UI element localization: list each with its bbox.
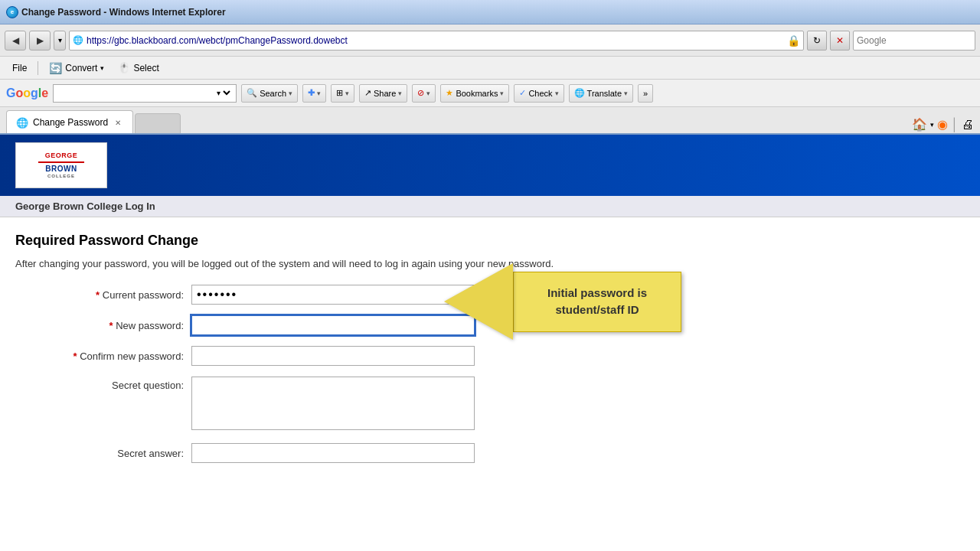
translate-dropdown-icon: ▾ [624,90,628,97]
tab-close-button[interactable]: ✕ [113,117,123,128]
menu-bar: File 🔄 Convert ▾ 🖱️ Select [0,57,980,80]
grid-button[interactable]: ⊞ ▾ [331,84,354,103]
select-label: Select [133,63,158,73]
google-search-wrap [853,31,975,51]
lock-icon: 🔒 [787,34,800,47]
tooltip-box: Initial password is student/staff ID [513,272,681,332]
add-dropdown-icon: ▾ [317,90,321,97]
tab-right-icons: 🏠 ▾ ◉ │ 🖨 [912,117,974,133]
tooltip-arrow [444,263,513,340]
menu-separator [38,61,38,75]
grid-dropdown-icon: ▾ [345,90,349,97]
more-label: » [643,89,648,98]
block-icon: ⊘ [417,88,424,98]
tab-favicon: 🌐 [16,117,28,129]
tab-bar: 🌐 Change Password ✕ 🏠 ▾ ◉ │ 🖨 [0,107,980,135]
translate-label: Translate [587,89,622,98]
file-menu[interactable]: File [6,60,33,76]
form-title: Required Password Change [15,233,965,249]
convert-dropdown-icon: ▾ [100,64,104,72]
required-mark-confirm: * [73,350,77,362]
bookmarks-icon: ★ [446,88,453,98]
refresh-button[interactable]: ↻ [807,31,827,51]
print-icon[interactable]: 🖨 [962,118,974,132]
check-dropdown-icon: ▾ [555,90,559,97]
stop-button[interactable]: ✕ [830,31,850,51]
google-search-input[interactable] [857,35,972,46]
search-button[interactable]: 🔍 Search ▾ [241,84,298,103]
secret-answer-label: Secret answer: [15,448,184,459]
required-mark-current: * [96,289,100,301]
tab-label: Change Password [33,117,108,128]
share-button[interactable]: ↗ Share ▾ [359,84,407,103]
translate-icon: 🌐 [574,88,585,98]
address-bar-input-wrap: 🌐 🔒 [69,31,804,51]
window-title: Change Password - Windows Internet Explo… [21,7,226,18]
new-password-label: * New password: [15,320,184,331]
check-button[interactable]: ✓ Check ▾ [514,84,564,103]
bookmarks-dropdown-icon: ▾ [500,90,504,97]
change-password-tab[interactable]: 🌐 Change Password ✕ [6,110,133,133]
current-password-input[interactable] [191,285,475,305]
logo-line2: BROWN [45,165,77,174]
forward-button[interactable]: ▶ [29,31,51,51]
translate-button[interactable]: 🌐 Translate ▾ [569,84,633,103]
logo-line1: GEORGE [45,152,78,160]
search-label: Search [260,89,286,98]
google-search-select[interactable]: ▾ [214,88,233,98]
secret-answer-input[interactable] [191,443,475,463]
more-button[interactable]: » [638,84,653,103]
address-bar: ◀ ▶ ▾ 🌐 🔒 ↻ ✕ [0,24,980,57]
home-dropdown-icon[interactable]: ▾ [930,121,934,129]
required-mark-new: * [109,320,113,331]
google-toolbar-search-bar: ▾ [53,84,237,103]
secret-answer-row: Secret answer: [15,443,965,463]
share-icon: ↗ [364,88,371,98]
convert-icon: 🔄 [49,62,62,74]
grid-icon: ⊞ [336,88,343,98]
secret-question-textarea[interactable] [191,377,475,430]
page-header: GEORGE BROWN COLLEGE [0,135,980,196]
secret-question-wrap [191,377,475,432]
college-logo: GEORGE BROWN COLLEGE [15,142,107,188]
tooltip-text: Initial password is student/staff ID [547,286,647,317]
logo-line3: COLLEGE [47,174,75,179]
confirm-password-label: * Confirm new password: [15,350,184,362]
new-tab[interactable] [135,113,181,133]
block-dropdown-icon: ▾ [426,90,430,97]
ie-icon: e [6,6,18,18]
bookmarks-label: Bookmarks [456,89,498,98]
rss-icon[interactable]: ◉ [937,117,948,132]
check-icon: ✓ [519,88,526,98]
title-bar: e Change Password - Windows Internet Exp… [0,0,980,24]
convert-label: Convert [65,63,97,73]
back-button[interactable]: ◀ [5,31,26,51]
tab-divider: │ [951,118,959,132]
address-bar-icon: 🌐 [73,35,83,45]
secret-question-row: Secret question: [15,377,965,432]
google-toolbar-search-input[interactable] [57,88,214,99]
share-label: Share [374,89,396,98]
login-header: George Brown College Log In [0,196,980,217]
google-logo: Google [6,86,48,100]
select-menu[interactable]: 🖱️ Select [112,60,165,76]
current-password-label: * Current password: [15,289,184,301]
search-icon: 🔍 [247,88,257,98]
confirm-password-row: * Confirm new password: [15,346,965,366]
main-content: Required Password Change After changing … [0,217,980,489]
new-password-input[interactable] [191,315,475,335]
add-button[interactable]: ✚ ▾ [302,84,326,103]
confirm-password-input[interactable] [191,346,475,366]
bookmarks-button[interactable]: ★ Bookmarks ▾ [440,84,509,103]
login-header-text: George Brown College Log In [15,201,155,212]
address-input[interactable] [87,35,784,46]
home-icon[interactable]: 🏠 [912,117,927,132]
secret-question-label: Secret question: [15,377,184,391]
google-toolbar: Google ▾ 🔍 Search ▾ ✚ ▾ ⊞ ▾ ↗ Share ▾ ⊘ … [0,80,980,107]
tooltip-container: Initial password is student/staff ID [444,263,681,340]
file-menu-label: File [12,63,27,73]
nav-dropdown-button[interactable]: ▾ [54,31,66,51]
block-button[interactable]: ⊘ ▾ [412,84,436,103]
convert-menu[interactable]: 🔄 Convert ▾ [43,60,110,77]
add-icon: ✚ [308,88,315,98]
